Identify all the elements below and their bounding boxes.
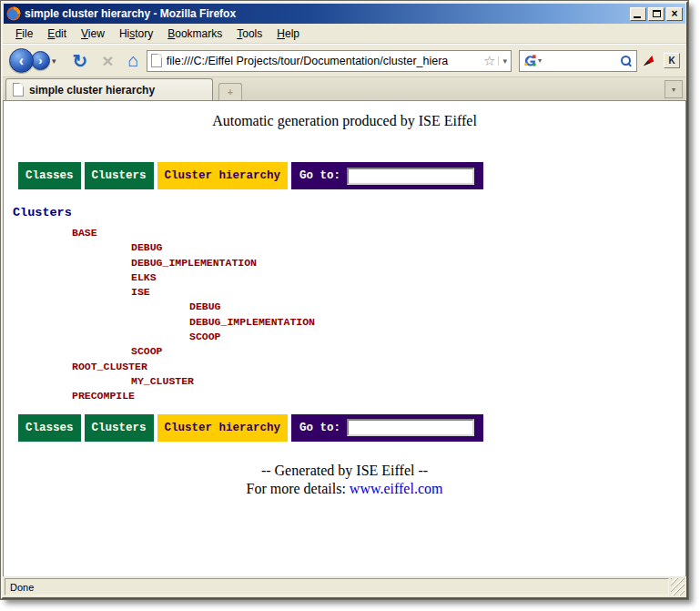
forward-button[interactable]: ›: [31, 51, 50, 70]
screenshot-stage: simple cluster hierarchy - Mozilla Firef…: [0, 0, 700, 611]
more-details-text: For more details:: [247, 481, 350, 496]
menu-help[interactable]: Help: [269, 25, 307, 42]
search-magnifier-icon[interactable]: [621, 56, 631, 66]
close-icon: ×: [671, 9, 677, 18]
nav-button-row-top: Classes Clusters Cluster hierarchy Go to…: [18, 162, 685, 189]
new-tab-icon: +: [228, 87, 233, 97]
clusters-button[interactable]: Clusters: [85, 162, 154, 189]
firefox-logo-icon: [6, 6, 21, 21]
menu-bar: File Edit View History Bookmarks Tools H…: [3, 24, 686, 44]
tree-item: DEBUG_IMPLEMENTATION: [4, 256, 685, 270]
history-dropdown-icon[interactable]: ▾: [52, 56, 56, 66]
resize-grip[interactable]: [671, 578, 685, 596]
back-icon: ‹: [19, 53, 24, 69]
menu-history[interactable]: History: [112, 25, 160, 42]
title-bar[interactable]: simple cluster hierarchy - Mozilla Firef…: [4, 4, 685, 24]
tree-item: SCOOP: [4, 344, 685, 359]
goto-label: Go to:: [299, 422, 340, 434]
back-button[interactable]: ‹: [9, 48, 34, 73]
page-icon: [151, 54, 162, 67]
menu-tools[interactable]: Tools: [229, 25, 269, 42]
cluster-tree: BASE DEBUG DEBUG_IMPLEMENTATION ELKS ISE…: [4, 226, 685, 404]
tree-item: ELKS: [4, 270, 685, 285]
url-bar[interactable]: ☆ ▾: [147, 50, 512, 72]
close-button[interactable]: ×: [666, 7, 683, 21]
reload-button[interactable]: ↻: [73, 50, 88, 72]
forward-icon: ›: [38, 54, 42, 67]
goto-label: Go to:: [299, 169, 340, 182]
back-forward-group: ‹ › ▾: [9, 48, 56, 73]
goto-box: Go to:: [291, 414, 483, 442]
bookmark-star-icon[interactable]: ☆: [483, 53, 495, 69]
tab-page-icon: [13, 83, 24, 97]
menu-bookmarks[interactable]: Bookmarks: [160, 25, 229, 42]
new-tab-button[interactable]: +: [218, 83, 242, 100]
tab-list-icon: ▾: [672, 86, 675, 94]
cluster-hierarchy-button[interactable]: Cluster hierarchy: [157, 414, 289, 442]
google-icon: [523, 54, 537, 67]
menu-view[interactable]: View: [74, 25, 112, 42]
classes-button[interactable]: Classes: [18, 162, 81, 189]
tree-item: BASE: [4, 226, 685, 240]
kaspersky-icon[interactable]: [643, 54, 656, 67]
url-dropdown-icon[interactable]: ▾: [498, 56, 507, 66]
goto-box: Go to:: [291, 162, 483, 189]
tree-item: DEBUG: [4, 240, 685, 255]
search-box[interactable]: ▾: [519, 50, 637, 72]
k-button[interactable]: K: [664, 53, 680, 68]
search-input[interactable]: [544, 55, 621, 67]
menu-edit[interactable]: Edit: [40, 25, 74, 42]
classes-button[interactable]: Classes: [18, 414, 81, 442]
tab-list-button[interactable]: ▾: [664, 80, 683, 98]
tree-item: PRECOMPILE: [4, 389, 685, 403]
status-text: Done: [5, 578, 669, 596]
tab-simple-cluster-hierarchy[interactable]: simple cluster hierarchy: [5, 78, 213, 100]
tree-item: ROOT_CLUSTER: [4, 360, 685, 374]
minimize-button[interactable]: [630, 7, 646, 21]
url-input[interactable]: [167, 55, 481, 67]
tree-item: DEBUG_IMPLEMENTATION: [4, 315, 685, 330]
firefox-window: simple cluster hierarchy - Mozilla Firef…: [1, 1, 688, 599]
maximize-button[interactable]: [648, 7, 664, 21]
home-button[interactable]: ⌂: [128, 50, 139, 71]
cluster-hierarchy-button[interactable]: Cluster hierarchy: [157, 162, 289, 189]
page-footer: -- Generated by ISE Eiffel -- For more d…: [4, 462, 685, 498]
home-icon: ⌂: [128, 50, 139, 70]
page-content: Automatic generation produced by ISE Eif…: [3, 101, 686, 576]
tab-bar: simple cluster hierarchy + ▾: [3, 77, 686, 101]
status-bar: Done: [3, 576, 686, 597]
clusters-heading: Clusters: [13, 206, 685, 219]
stop-button: ×: [102, 53, 113, 69]
minimize-icon: [634, 16, 641, 18]
eiffel-link[interactable]: www.eiffel.com: [350, 481, 443, 496]
tree-item: SCOOP: [4, 330, 685, 344]
tree-item: MY_CLUSTER: [4, 374, 685, 389]
reload-icon: ↻: [73, 51, 88, 71]
tab-label: simple cluster hierarchy: [29, 84, 155, 97]
generated-by-text: -- Generated by ISE Eiffel --: [4, 462, 685, 480]
page-title: Automatic generation produced by ISE Eif…: [4, 113, 685, 129]
maximize-icon: [653, 10, 661, 17]
menu-file[interactable]: File: [8, 25, 40, 42]
stop-icon: ×: [102, 50, 113, 71]
navigation-toolbar: ‹ › ▾ ↻ × ⌂ ☆ ▾ ▾: [3, 44, 686, 77]
more-details-line: For more details: www.eiffel.com: [4, 480, 685, 498]
search-engine-dropdown-icon[interactable]: ▾: [538, 56, 542, 65]
nav-button-row-bottom: Classes Clusters Cluster hierarchy Go to…: [18, 414, 685, 442]
goto-input[interactable]: [347, 168, 474, 185]
goto-input[interactable]: [347, 419, 474, 436]
window-title: simple cluster hierarchy - Mozilla Firef…: [25, 7, 628, 20]
clusters-button[interactable]: Clusters: [85, 414, 154, 442]
tree-item: ISE: [4, 285, 685, 300]
tree-item: DEBUG: [4, 300, 685, 314]
